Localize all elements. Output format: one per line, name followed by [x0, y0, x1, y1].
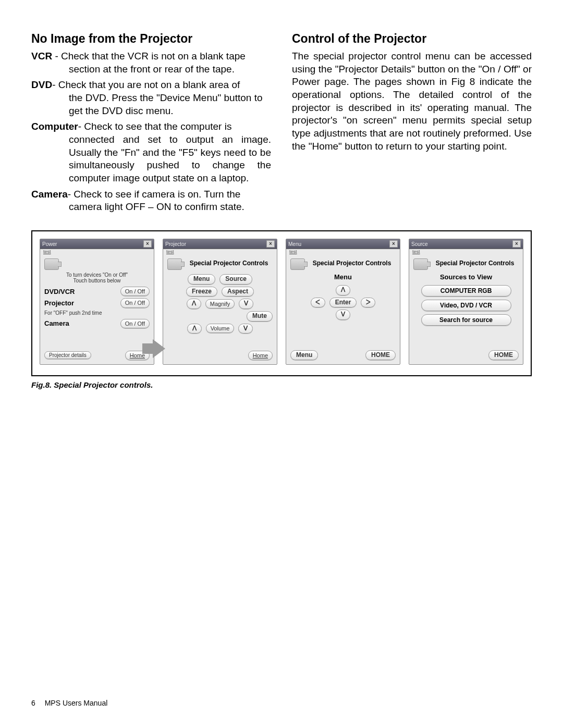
- page-number: 6: [31, 699, 35, 707]
- desc-camera-rest: camera light OFF – ON to confirm state.: [69, 201, 271, 214]
- item-vcr: VCR - Check that the VCR is not on a bla…: [31, 50, 271, 76]
- power-line1: To turn devices "On or Off": [44, 272, 150, 278]
- btn-search-source[interactable]: Search for source: [421, 314, 511, 326]
- desc-camera-first: Check to see if camera is on. Turn the: [74, 189, 240, 200]
- btn-projector-onoff[interactable]: On / Off: [120, 298, 150, 307]
- close-icon[interactable]: ×: [512, 240, 521, 248]
- btn-home-3[interactable]: HOME: [365, 350, 396, 361]
- heading-no-image: No Image from the Projector: [31, 31, 271, 47]
- close-icon[interactable]: ×: [266, 240, 275, 248]
- title-menu: Menu: [288, 241, 301, 247]
- panel-power: Power × test To turn devices "On or Off"…: [40, 239, 154, 365]
- btn-aspect[interactable]: Aspect: [222, 287, 254, 297]
- heading-spc-3: Special Projector Controls: [308, 260, 396, 267]
- item-computer: Computer- Check to see that the computer…: [31, 120, 271, 184]
- heading-control: Control of the Projector: [292, 31, 532, 47]
- figure-caption: Fig.8. Special Projector controls.: [31, 380, 532, 389]
- page-footer: 6 MPS Users Manual: [31, 699, 107, 707]
- desc-vcr-first: Check that the VCR is not on a blank tap…: [61, 51, 246, 61]
- btn-home-2[interactable]: Home: [248, 351, 273, 360]
- desc-computer-rest: connected and set to output an image. Us…: [69, 133, 271, 185]
- btn-volume-up[interactable]: ᐱ: [187, 324, 202, 334]
- btn-nav-right[interactable]: ᐳ: [361, 298, 375, 308]
- heading-spc-4: Special Projector Controls: [431, 260, 519, 267]
- titlebar-power: Power ×: [40, 239, 154, 249]
- close-icon[interactable]: ×: [389, 240, 398, 248]
- label-projector: Projector: [44, 299, 74, 307]
- title-source: Source: [411, 241, 428, 247]
- btn-dvdvcr-onoff[interactable]: On / Off: [120, 287, 150, 296]
- btn-nav-up[interactable]: ᐱ: [336, 285, 350, 295]
- label-dvd: DVD: [31, 79, 52, 90]
- label-dvdvcr: DVD/VCR: [44, 288, 75, 295]
- btn-camera-onoff[interactable]: On / Off: [120, 319, 150, 328]
- projector-icon: [167, 258, 182, 270]
- subbar-source: test: [409, 249, 523, 255]
- sources-label: Sources to View: [413, 273, 519, 281]
- subbar-menu: test: [286, 249, 400, 255]
- projector-icon: [44, 258, 59, 270]
- heading-spc-2: Special Projector Controls: [185, 260, 273, 267]
- btn-nav-left[interactable]: ᐸ: [311, 298, 325, 308]
- btn-home-4[interactable]: HOME: [488, 350, 519, 361]
- btn-menu[interactable]: Menu: [188, 274, 215, 285]
- subbar-power: test: [40, 249, 154, 255]
- item-camera: Camera- Check to see if camera is on. Tu…: [31, 188, 271, 214]
- projector-icon: [413, 258, 428, 270]
- label-vcr: VCR: [31, 51, 52, 61]
- btn-computer-rgb[interactable]: COMPUTER RGB: [421, 285, 511, 297]
- btn-menu-footer[interactable]: Menu: [290, 350, 318, 361]
- panel-menu: Menu × test Special Projector Controls M…: [286, 239, 400, 365]
- sep-camera: -: [68, 189, 74, 200]
- subbar-proj: test: [163, 249, 277, 255]
- btn-freeze[interactable]: Freeze: [186, 287, 217, 297]
- panel-projector-controls: Projector × test Special Projector Contr…: [163, 239, 277, 365]
- figure-box: Power × test To turn devices "On or Off"…: [31, 230, 532, 376]
- btn-source[interactable]: Source: [219, 274, 252, 285]
- doc-title: MPS Users Manual: [45, 699, 108, 707]
- btn-magnify-down[interactable]: ᐯ: [239, 299, 253, 309]
- label-camera: Camera: [31, 189, 68, 200]
- body-control: The special projector control menu can b…: [292, 50, 532, 153]
- btn-video-dvd-vcr[interactable]: Video, DVD / VCR: [421, 300, 511, 311]
- panel-source: Source × test Special Projector Controls…: [409, 239, 523, 365]
- btn-projector-details[interactable]: Projector details: [44, 351, 91, 359]
- label-camera-panel: Camera: [44, 319, 69, 327]
- btn-enter[interactable]: Enter: [329, 298, 357, 308]
- label-computer: Computer: [31, 121, 78, 132]
- desc-vcr-rest: section at the front or rear of the tape…: [69, 63, 271, 76]
- btn-nav-down[interactable]: ᐯ: [336, 310, 350, 320]
- item-dvd: DVD- Check that you are not on a blank a…: [31, 79, 271, 117]
- sep-dvd: -: [52, 79, 58, 90]
- close-icon[interactable]: ×: [143, 240, 152, 248]
- btn-volume-down[interactable]: ᐯ: [238, 324, 253, 334]
- projector-icon: [290, 258, 305, 270]
- title-power: Power: [42, 241, 57, 247]
- power-line2: Touch buttons below: [44, 278, 150, 283]
- titlebar-source: Source ×: [409, 239, 523, 249]
- menu-label: Menu: [290, 273, 396, 281]
- desc-computer-first: Check to see that the computer is: [84, 121, 231, 132]
- title-proj: Projector: [165, 241, 186, 247]
- desc-dvd-first: Check that you are not on a blank area o…: [58, 79, 240, 90]
- btn-magnify[interactable]: Magnify: [205, 299, 235, 309]
- btn-volume[interactable]: Volume: [206, 324, 235, 333]
- btn-mute[interactable]: Mute: [247, 311, 273, 322]
- btn-magnify-up[interactable]: ᐱ: [187, 299, 201, 309]
- titlebar-menu: Menu ×: [286, 239, 400, 249]
- desc-dvd-rest: the DVD. Press the "Device Menu" button …: [69, 92, 271, 117]
- sep-vcr: -: [52, 51, 61, 61]
- note-2nd-time: For "OFF" push 2nd time: [44, 310, 150, 316]
- titlebar-proj: Projector ×: [163, 239, 277, 249]
- sep-computer: -: [78, 121, 84, 132]
